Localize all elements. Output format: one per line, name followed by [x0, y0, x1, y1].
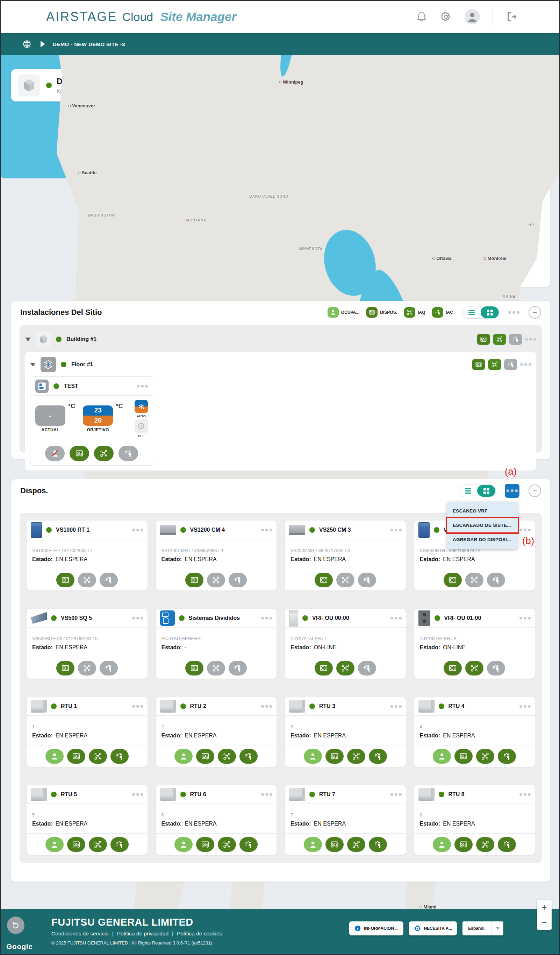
installations-collapse-button[interactable] [529, 306, 541, 319]
installations-view-toggle[interactable] [462, 306, 499, 319]
device-iac-icon[interactable] [229, 661, 247, 675]
device-occupancy-icon[interactable] [433, 749, 451, 764]
device-more-menu-icon[interactable] [519, 617, 530, 620]
building-iaq-icon[interactable] [493, 334, 506, 345]
zone-iaq-icon[interactable] [94, 446, 114, 461]
device-iaq-icon[interactable] [207, 661, 225, 675]
language-select[interactable]: Español [462, 921, 503, 935]
device-iac-icon[interactable] [111, 749, 129, 764]
building-devices-icon[interactable] [477, 334, 490, 345]
target-temperature-display[interactable]: 23 20 [83, 405, 113, 426]
device-iaq-icon[interactable] [336, 661, 354, 675]
device-unit-icon[interactable] [454, 749, 473, 764]
device-unit-icon[interactable] [315, 661, 333, 675]
device-unit-icon[interactable] [56, 573, 75, 587]
device-unit-icon[interactable] [444, 661, 462, 675]
device-card[interactable]: RTU 4 4 Estado:EN ESPERA [414, 697, 535, 767]
menu-item-escaneo-vrf[interactable]: ESCANEO VRF [447, 504, 518, 518]
floor-more-menu-icon[interactable] [520, 363, 531, 366]
device-unit-icon[interactable] [196, 749, 214, 764]
device-card[interactable]: VS1000 RT 1 VS1000RTH / 1427022605 / 1 E… [27, 521, 148, 590]
building-row[interactable]: Building #1 [25, 330, 536, 349]
notifications-bell-icon[interactable] [416, 11, 427, 23]
floor-iaq-icon[interactable] [488, 359, 501, 370]
device-card[interactable]: VRF OU 00:00 AJY072LALBH / 1 Estado:ON-L… [285, 609, 406, 679]
device-more-menu-icon[interactable] [261, 793, 272, 796]
device-more-menu-icon[interactable] [390, 793, 402, 796]
device-more-menu-icon[interactable] [390, 705, 402, 708]
device-more-menu-icon[interactable] [390, 617, 402, 620]
device-occupancy-icon[interactable] [175, 837, 193, 852]
device-card[interactable]: VS500 SQ 5 VS500SQH-00 / 0129763183 / 5 … [27, 609, 148, 679]
device-unit-icon[interactable] [454, 837, 473, 852]
installations-more-menu-icon[interactable] [508, 311, 519, 314]
device-unit-icon[interactable] [185, 661, 203, 675]
device-iac-icon[interactable] [111, 837, 129, 852]
device-unit-icon[interactable] [326, 837, 344, 852]
device-iac-icon[interactable] [369, 749, 387, 764]
device-occupancy-icon[interactable] [433, 837, 451, 852]
device-iac-icon[interactable] [487, 573, 505, 587]
device-iaq-icon[interactable] [476, 749, 494, 764]
devices-more-menu-button[interactable] [505, 484, 519, 498]
information-button[interactable]: INFORMACIÓN ... [349, 921, 403, 935]
device-iaq-icon[interactable] [336, 573, 354, 587]
device-iac-icon[interactable] [229, 573, 247, 587]
device-iaq-icon[interactable] [78, 573, 96, 587]
floor-row[interactable]: Floor #1 [30, 355, 531, 374]
footer-link-privacy[interactable]: Política de privacidad [117, 930, 168, 937]
device-more-menu-icon[interactable] [132, 617, 144, 620]
user-avatar[interactable] [465, 9, 480, 25]
language-caret-icon[interactable] [491, 921, 503, 935]
device-card[interactable]: RTU 6 6 Estado:EN ESPERA [156, 785, 277, 855]
device-iac-icon[interactable] [358, 661, 376, 675]
device-more-menu-icon[interactable] [390, 529, 402, 531]
zone-card-test[interactable]: TEST - ACTUAL °C 23 [30, 376, 153, 466]
building-more-menu-icon[interactable] [525, 338, 536, 341]
device-card[interactable]: RTU 2 2 Estado:EN ESPERA [156, 697, 277, 767]
device-occupancy-icon[interactable] [45, 749, 64, 764]
device-iaq-icon[interactable] [465, 661, 484, 675]
devices-collapse-button[interactable] [529, 484, 541, 497]
menu-item-agregar-dispositivo[interactable]: AGREGAR DO DISPOSI... [447, 532, 518, 547]
device-card[interactable]: VRF OU 01:00 AJY162LELBH / 3 Estado:ON-L… [414, 609, 535, 679]
grid-view-icon[interactable] [477, 485, 495, 497]
device-unit-icon[interactable] [326, 749, 344, 764]
device-unit-icon[interactable] [67, 749, 85, 764]
device-iaq-icon[interactable] [465, 573, 484, 587]
device-iac-icon[interactable] [100, 661, 118, 675]
device-iaq-icon[interactable] [476, 837, 494, 852]
device-iaq-icon[interactable] [218, 837, 236, 852]
device-occupancy-icon[interactable] [45, 837, 64, 852]
logout-icon[interactable] [505, 11, 517, 23]
floor-devices-icon[interactable] [472, 359, 485, 370]
device-more-menu-icon[interactable] [132, 705, 144, 708]
device-iaq-icon[interactable] [347, 749, 365, 764]
device-more-menu-icon[interactable] [519, 793, 530, 796]
device-card[interactable]: RTU 7 7 Estado:EN ESPERA [285, 785, 406, 855]
device-more-menu-icon[interactable] [519, 705, 530, 708]
device-more-menu-icon[interactable] [261, 705, 272, 708]
timer-clock-icon[interactable] [134, 420, 148, 433]
device-occupancy-icon[interactable] [175, 749, 193, 764]
device-unit-icon[interactable] [196, 837, 214, 852]
device-occupancy-icon[interactable] [304, 837, 322, 852]
device-card[interactable]: RTU 1 1 Estado:EN ESPERA [27, 697, 148, 767]
device-iaq-icon[interactable] [78, 661, 96, 675]
device-more-menu-icon[interactable] [519, 529, 530, 531]
zone-iac-icon[interactable] [119, 446, 138, 461]
building-expand-icon[interactable] [25, 338, 31, 341]
device-iac-icon[interactable] [239, 749, 257, 764]
device-iaq-icon[interactable] [347, 837, 365, 852]
device-iaq-icon[interactable] [218, 749, 236, 764]
globe-icon[interactable] [22, 39, 31, 49]
device-card[interactable]: VS1200 CM 4 VS1200CMH / 1343952898 / 4 E… [156, 521, 277, 590]
device-card[interactable]: VS250 CM 3 VS250CMH / 3826717302 / 3 Est… [285, 521, 406, 590]
list-view-icon[interactable] [459, 485, 477, 497]
floor-iac-icon[interactable] [504, 359, 517, 370]
zone-devices-icon[interactable] [70, 446, 89, 461]
device-iaq-icon[interactable] [89, 749, 107, 764]
device-iac-icon[interactable] [358, 573, 376, 587]
zone-occupancy-off-icon[interactable] [45, 446, 65, 461]
mode-auto-icon[interactable] [134, 400, 148, 413]
